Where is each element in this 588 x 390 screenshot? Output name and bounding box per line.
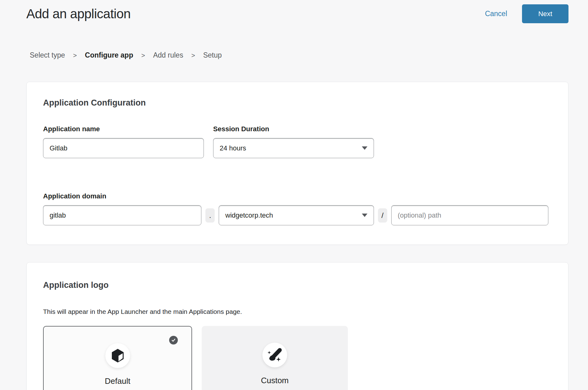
- header-actions: Cancel Next: [485, 4, 568, 23]
- step-select-type[interactable]: Select type: [30, 51, 65, 59]
- step-configure-app[interactable]: Configure app: [85, 51, 133, 59]
- name-duration-row: Application name Session Duration 24 hou…: [43, 125, 548, 158]
- breadcrumb-separator: >: [141, 52, 145, 59]
- subdomain-input[interactable]: [43, 205, 201, 225]
- chevron-down-icon: [362, 146, 367, 150]
- application-name-field-group: Application name: [43, 125, 204, 158]
- default-logo-circle: [105, 343, 130, 368]
- cube-icon: [111, 348, 125, 363]
- application-domain-row: . widgetcorp.tech /: [43, 205, 548, 225]
- dot-separator: .: [205, 208, 215, 223]
- session-duration-select[interactable]: 24 hours: [213, 138, 374, 158]
- logo-option-label: Custom: [261, 376, 289, 385]
- page-header: Add an application Cancel Next: [0, 0, 588, 23]
- session-duration-label: Session Duration: [213, 125, 374, 133]
- path-input[interactable]: [391, 205, 548, 225]
- application-configuration-card: Application Configuration Application na…: [26, 82, 568, 245]
- application-domain-section: Application domain . widgetcorp.tech /: [43, 192, 548, 225]
- breadcrumb: Select type > Configure app > Add rules …: [30, 51, 588, 59]
- session-duration-value: 24 hours: [220, 144, 246, 152]
- next-button[interactable]: Next: [522, 4, 568, 23]
- application-name-input[interactable]: [43, 138, 204, 158]
- chevron-down-icon: [362, 214, 367, 217]
- step-setup[interactable]: Setup: [203, 51, 222, 59]
- breadcrumb-separator: >: [191, 52, 195, 59]
- step-add-rules[interactable]: Add rules: [153, 51, 183, 59]
- session-duration-field-group: Session Duration 24 hours: [213, 125, 374, 158]
- cancel-button[interactable]: Cancel: [485, 10, 507, 18]
- logo-options: Default Custom: [43, 326, 548, 390]
- custom-logo-circle: [262, 343, 287, 367]
- logo-option-label: Default: [105, 376, 130, 386]
- domain-select-value: widgetcorp.tech: [225, 211, 273, 219]
- logo-option-default[interactable]: Default: [43, 326, 192, 390]
- slash-separator: /: [378, 208, 387, 223]
- logo-card-title: Application logo: [43, 280, 548, 290]
- logo-option-custom[interactable]: Custom: [202, 326, 348, 390]
- configuration-card-title: Application Configuration: [43, 98, 548, 108]
- application-domain-label: Application domain: [43, 192, 548, 200]
- logo-card-description: This will appear in the App Launcher and…: [43, 308, 548, 315]
- paintbrush-icon: [267, 347, 283, 363]
- domain-select[interactable]: widgetcorp.tech: [219, 205, 374, 225]
- page-title: Add an application: [26, 6, 131, 21]
- application-logo-card: Application logo This will appear in the…: [26, 262, 568, 390]
- application-name-label: Application name: [43, 125, 204, 133]
- selected-check-icon: [169, 336, 178, 344]
- breadcrumb-separator: >: [73, 52, 77, 59]
